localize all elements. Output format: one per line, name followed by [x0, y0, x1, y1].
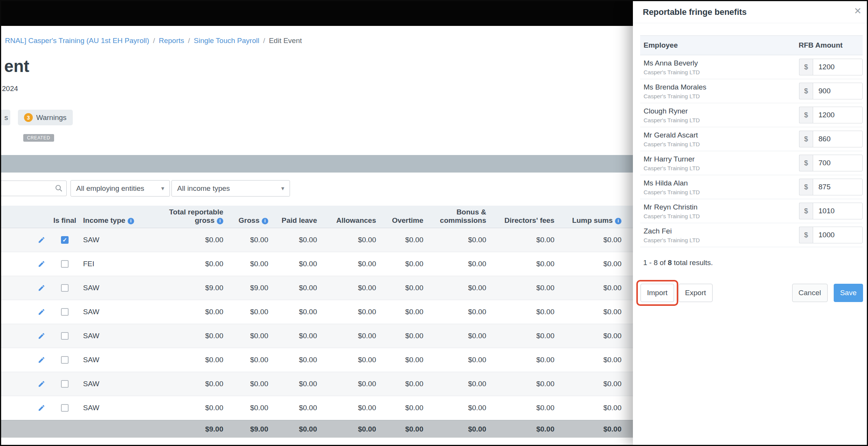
chevron-down-icon: ▾: [281, 185, 284, 192]
amount-cell: $0.00: [274, 260, 322, 268]
is-final-checkbox[interactable]: [61, 284, 69, 292]
modal-actions: Import Export Cancel Save: [641, 284, 863, 302]
rfb-amount-input[interactable]: [813, 59, 863, 75]
employee-company: Casper's Training LTD: [644, 141, 700, 147]
info-icon[interactable]: i: [615, 218, 621, 224]
edit-row-button[interactable]: [36, 355, 47, 365]
chevron-down-icon: ▾: [161, 185, 164, 192]
amount-cell: $0.00: [151, 332, 229, 340]
save-button[interactable]: Save: [834, 284, 863, 302]
amount-cell: $0.00: [429, 356, 492, 364]
rfb-table-body: Ms Anna Beverly Casper's Training LTD $ …: [640, 55, 863, 247]
currency-prefix: $: [799, 83, 813, 99]
is-final-checkbox[interactable]: [61, 260, 69, 268]
amount-cell: $0.00: [274, 332, 322, 340]
is-final-checkbox[interactable]: [61, 308, 69, 316]
cancel-button[interactable]: Cancel: [792, 284, 828, 302]
rfb-amount-input[interactable]: [813, 107, 863, 123]
amount-cell: $0.00: [322, 356, 381, 364]
rfb-amount-input[interactable]: [813, 179, 863, 195]
is-final-checkbox[interactable]: [61, 356, 69, 364]
amount-cell: $0.00: [322, 380, 381, 388]
total-cell: $0.00: [381, 425, 429, 433]
info-icon[interactable]: i: [262, 218, 268, 224]
amount-cell: $9.00: [151, 284, 229, 292]
amount-cell: $0.00: [429, 404, 492, 412]
amount-cell: $0.00: [322, 332, 381, 340]
breadcrumb: RNAL] Casper's Training (AU 1st EH Payro…: [5, 37, 302, 45]
currency-prefix: $: [799, 107, 813, 123]
employee-name: Ms Brenda Morales: [644, 83, 706, 91]
rfb-amount-input[interactable]: [813, 155, 863, 171]
rfb-row: Zach Fei Casper's Training LTD $: [640, 223, 863, 247]
amount-cell: $0.00: [322, 260, 381, 268]
amount-cell: $0.00: [151, 404, 229, 412]
is-final-checkbox[interactable]: [61, 332, 69, 340]
is-final-checkbox[interactable]: [61, 380, 69, 388]
entity-filter-select[interactable]: All employing entities ▾: [70, 180, 170, 197]
is-final-checkbox[interactable]: [61, 404, 69, 412]
info-icon[interactable]: i: [128, 218, 134, 224]
tab-warnings[interactable]: 3 Warnings: [18, 110, 73, 125]
total-cell: $0.00: [274, 425, 322, 433]
table-row: SAW $0.00 $0.00 $0.00 $0.00 $0.00 $0.00 …: [1, 324, 649, 348]
status-badge: CREATED: [23, 134, 54, 142]
amount-cell: $0.00: [429, 308, 492, 316]
col-header-allowances: Allowances: [322, 216, 381, 228]
pencil-icon: [38, 308, 45, 316]
rfb-row: Ms Anna Beverly Casper's Training LTD $: [640, 55, 863, 79]
breadcrumb-separator: /: [188, 37, 190, 45]
rfb-modal: Reportable fringe benefits ✕ Employee RF…: [633, 1, 868, 445]
amount-cell: $0.00: [381, 380, 429, 388]
search-box: [0, 181, 67, 196]
employee-name: Ms Hilda Alan: [644, 179, 700, 187]
rfb-amount-input[interactable]: [813, 83, 863, 99]
breadcrumb-separator: /: [153, 37, 155, 45]
income-type-filter-select[interactable]: All income types ▾: [171, 180, 290, 197]
edit-row-button[interactable]: [36, 403, 47, 413]
edit-row-button[interactable]: [36, 379, 47, 389]
is-final-checkbox[interactable]: [61, 236, 69, 244]
breadcrumb-link-reports[interactable]: Reports: [159, 37, 184, 45]
tab-partial[interactable]: s: [0, 110, 10, 125]
employee-name: Zach Fei: [644, 227, 700, 235]
edit-row-button[interactable]: [36, 307, 47, 317]
col-header-is-final: Is final: [51, 216, 78, 228]
rfb-amount-input[interactable]: [813, 227, 863, 243]
breadcrumb-link-training[interactable]: RNAL] Casper's Training (AU 1st EH Payro…: [5, 37, 149, 45]
breadcrumb-link-stp[interactable]: Single Touch Payroll: [194, 37, 259, 45]
edit-row-button[interactable]: [36, 235, 47, 245]
currency-prefix: $: [799, 203, 813, 219]
amount-cell: $0.00: [381, 356, 429, 364]
amount-cell: $0.00: [229, 332, 274, 340]
rfb-table-header: Employee RFB Amount: [640, 35, 863, 55]
pencil-icon: [38, 380, 45, 388]
edit-row-button[interactable]: [36, 331, 47, 341]
currency-prefix: $: [799, 155, 813, 171]
warnings-count-badge: 3: [24, 113, 33, 122]
table-row: FEI $0.00 $0.00 $0.00 $0.00 $0.00 $0.00 …: [1, 252, 649, 276]
pencil-icon: [38, 356, 45, 364]
close-button[interactable]: ✕: [854, 6, 862, 16]
totals-row: $9.00 $9.00 $0.00 $0.00 $0.00 $0.00 $0.0…: [1, 420, 649, 438]
amount-cell: $0.00: [381, 260, 429, 268]
amount-cell: $0.00: [429, 236, 492, 244]
rfb-amount-input[interactable]: [813, 131, 863, 147]
import-button[interactable]: Import: [641, 284, 674, 302]
table-row: SAW $0.00 $0.00 $0.00 $0.00 $0.00 $0.00 …: [1, 300, 649, 324]
info-icon[interactable]: i: [217, 218, 223, 224]
rfb-amount-input[interactable]: [813, 203, 863, 219]
rfb-row: Ms Brenda Morales Casper's Training LTD …: [640, 79, 863, 103]
rfb-table: Employee RFB Amount Ms Anna Beverly Casp…: [640, 35, 863, 247]
rfb-amount-group: $: [799, 131, 863, 147]
amount-cell: $0.00: [492, 356, 560, 364]
total-cell: $0.00: [429, 425, 492, 433]
edit-row-button[interactable]: [36, 259, 47, 269]
amount-cell: $0.00: [274, 380, 322, 388]
col-header-employee: Employee: [640, 41, 678, 50]
export-button[interactable]: Export: [679, 284, 713, 302]
employee-company: Casper's Training LTD: [644, 237, 700, 243]
edit-row-button[interactable]: [36, 283, 47, 293]
income-type-cell: SAW: [78, 404, 151, 412]
amount-cell: $0.00: [492, 260, 560, 268]
